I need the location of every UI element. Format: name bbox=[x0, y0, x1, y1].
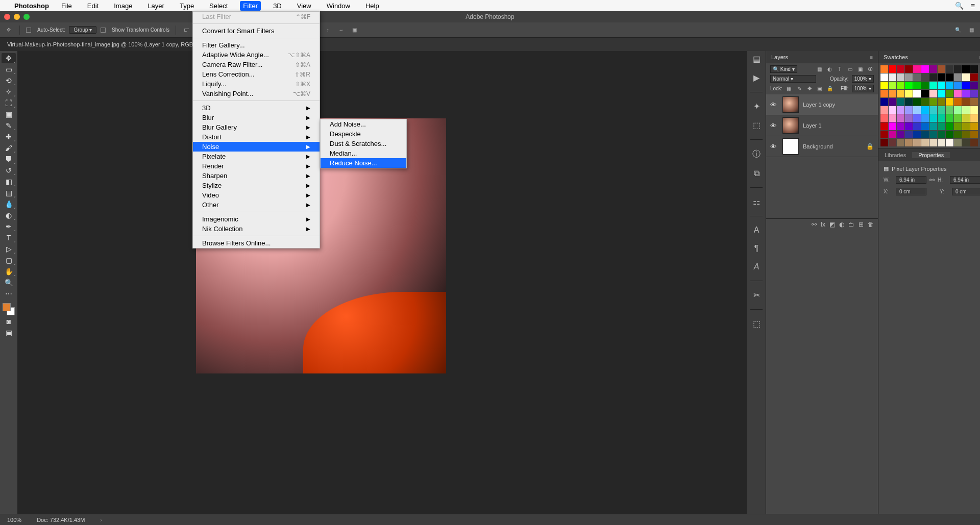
swatch[interactable] bbox=[946, 122, 953, 130]
x-field[interactable]: 0 cm bbox=[896, 188, 926, 195]
swatch[interactable] bbox=[970, 131, 978, 138]
menu-distort[interactable]: Distort▶ bbox=[193, 132, 320, 142]
swatch[interactable] bbox=[921, 114, 929, 122]
menu-image[interactable]: Image bbox=[111, 1, 135, 11]
panel-menu-icon[interactable]: ≡ bbox=[976, 152, 980, 158]
menu-3d[interactable]: 3D bbox=[270, 1, 285, 11]
height-field[interactable]: 6.94 in bbox=[950, 176, 980, 184]
menu-filter-gallery[interactable]: Filter Gallery... bbox=[193, 40, 320, 50]
layer-thumb[interactable] bbox=[782, 138, 799, 155]
actions-icon[interactable]: ▶ bbox=[753, 73, 760, 83]
swatch[interactable] bbox=[929, 131, 937, 138]
swatch[interactable] bbox=[929, 82, 937, 89]
swatch[interactable] bbox=[938, 122, 945, 130]
quick-select-tool[interactable]: ✧ bbox=[2, 87, 16, 97]
swatch[interactable] bbox=[913, 114, 921, 122]
menu-reduce-noise[interactable]: Reduce Noise... bbox=[321, 158, 406, 168]
swatch[interactable] bbox=[889, 114, 896, 122]
filter-smart-icon[interactable]: ▣ bbox=[856, 66, 864, 73]
swatch[interactable] bbox=[962, 65, 970, 73]
layer-row[interactable]: 👁Layer 1 copy bbox=[766, 94, 878, 115]
menu-noise[interactable]: Noise▶ bbox=[193, 142, 320, 152]
swatch[interactable] bbox=[946, 114, 953, 122]
swatch[interactable] bbox=[954, 122, 962, 130]
swatch[interactable] bbox=[938, 82, 945, 89]
swatch[interactable] bbox=[938, 65, 945, 73]
dodge-tool[interactable]: ◐ bbox=[2, 210, 16, 220]
swatch[interactable] bbox=[962, 98, 970, 106]
styles-icon[interactable]: ⬚ bbox=[753, 120, 761, 130]
healing-tool[interactable]: ✚ bbox=[2, 132, 16, 142]
align-icon[interactable]: ⫍ bbox=[182, 26, 191, 35]
swatch[interactable] bbox=[970, 114, 978, 122]
menu-browse-filters[interactable]: Browse Filters Online... bbox=[193, 238, 320, 248]
swatch[interactable] bbox=[938, 114, 945, 122]
screen-mode[interactable]: ▣ bbox=[2, 328, 16, 338]
swatch[interactable] bbox=[921, 90, 929, 97]
layer-kind-filter[interactable]: 🔍 Kind ▾ bbox=[770, 65, 797, 73]
swatch[interactable] bbox=[962, 82, 970, 89]
swatch[interactable] bbox=[897, 131, 904, 138]
menu-dust-&-scratches[interactable]: Dust & Scratches... bbox=[321, 139, 406, 148]
swatch[interactable] bbox=[913, 98, 921, 106]
character-icon[interactable]: A bbox=[754, 226, 760, 235]
channels-icon[interactable]: ⧉ bbox=[754, 169, 760, 178]
swatch[interactable] bbox=[897, 98, 904, 106]
swatch[interactable] bbox=[880, 98, 888, 106]
layer-row[interactable]: 👁Background🔒 bbox=[766, 136, 878, 157]
swatch[interactable] bbox=[946, 131, 953, 138]
lock-move-icon[interactable]: ✥ bbox=[806, 85, 813, 92]
swatch[interactable] bbox=[913, 90, 921, 97]
swatch[interactable] bbox=[897, 114, 904, 122]
width-field[interactable]: 6.94 in bbox=[896, 176, 926, 184]
menu-liquify[interactable]: Liquify...⇧⌘X bbox=[193, 79, 320, 89]
filter-shape-icon[interactable]: ▭ bbox=[846, 66, 853, 73]
info-icon[interactable]: ⓘ bbox=[752, 149, 761, 160]
y-field[interactable]: 0 cm bbox=[952, 188, 980, 195]
swatch[interactable] bbox=[880, 82, 888, 89]
swatch[interactable] bbox=[905, 114, 913, 122]
menu-select[interactable]: Select bbox=[206, 1, 231, 11]
eyedropper-tool[interactable]: ✎ bbox=[2, 120, 16, 131]
menu-3d[interactable]: 3D▶ bbox=[193, 103, 320, 113]
layer-name[interactable]: Background bbox=[803, 143, 833, 149]
glyphs-icon[interactable]: A bbox=[754, 262, 760, 271]
gradient-tool[interactable]: ▤ bbox=[2, 188, 16, 198]
blend-mode-dropdown[interactable]: Normal ▾ bbox=[770, 75, 816, 83]
fx-icon[interactable]: fx bbox=[821, 221, 825, 228]
menu-blur[interactable]: Blur▶ bbox=[193, 113, 320, 122]
auto-select-checkbox[interactable] bbox=[26, 28, 31, 33]
swatch[interactable] bbox=[962, 73, 970, 81]
swatch[interactable] bbox=[929, 114, 937, 122]
eraser-tool[interactable]: ◧ bbox=[2, 177, 16, 187]
swatch[interactable] bbox=[889, 73, 896, 81]
layer-thumb[interactable] bbox=[782, 117, 799, 134]
fill-field[interactable]: 100% ▾ bbox=[852, 85, 874, 92]
minimize-icon[interactable] bbox=[14, 14, 20, 20]
menu-median[interactable]: Median... bbox=[321, 148, 406, 158]
swatch[interactable] bbox=[905, 98, 913, 106]
status-more-icon[interactable]: › bbox=[100, 517, 102, 523]
swatch[interactable] bbox=[970, 82, 978, 89]
swatch[interactable] bbox=[962, 139, 970, 146]
swatch[interactable] bbox=[970, 65, 978, 73]
swatch[interactable] bbox=[880, 106, 888, 114]
swatch[interactable] bbox=[929, 106, 937, 114]
swatch[interactable] bbox=[889, 98, 896, 106]
menu-convert-smart[interactable]: Convert for Smart Filters bbox=[193, 26, 320, 36]
filter-adjust-icon[interactable]: ◐ bbox=[826, 66, 833, 73]
swatch[interactable] bbox=[913, 139, 921, 146]
swatch[interactable] bbox=[954, 65, 962, 73]
menu-add-noise[interactable]: Add Noise... bbox=[321, 119, 406, 129]
filter-toggle-icon[interactable]: ⦿ bbox=[867, 66, 874, 73]
swatch[interactable] bbox=[946, 98, 953, 106]
lock-pixels-icon[interactable]: ▦ bbox=[786, 85, 793, 92]
traffic-lights[interactable] bbox=[4, 14, 30, 20]
swatch[interactable] bbox=[880, 73, 888, 81]
swatch[interactable] bbox=[938, 131, 945, 138]
swatch[interactable] bbox=[929, 139, 937, 146]
swatch[interactable] bbox=[889, 106, 896, 114]
type-tool[interactable]: T bbox=[2, 233, 16, 243]
swatch[interactable] bbox=[921, 106, 929, 114]
swatch[interactable] bbox=[889, 82, 896, 89]
